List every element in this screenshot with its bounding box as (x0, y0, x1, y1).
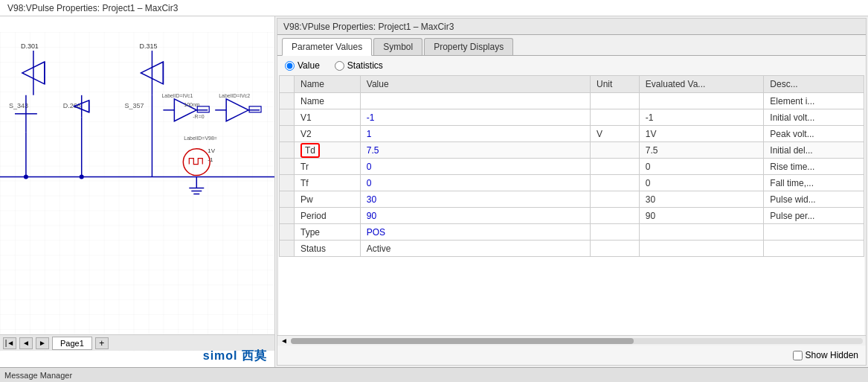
row-name-cell[interactable]: Tr (295, 159, 361, 175)
radio-statistics[interactable]: Statistics (335, 60, 383, 71)
svg-point-37 (24, 175, 28, 179)
svg-text:LabelID=IVc1: LabelID=IVc1 (161, 93, 193, 98)
radio-value-input[interactable] (285, 61, 295, 71)
row-desc-cell: Peak volt... (764, 126, 864, 142)
row-desc-cell (764, 241, 864, 257)
row-name-cell[interactable]: V2 (295, 126, 361, 142)
row-evaluated-cell: 0 (639, 175, 763, 191)
simol-logo: simol 西莫 (203, 348, 267, 364)
row-num-cell (280, 224, 295, 241)
tab-parameter-values[interactable]: Parameter Values (282, 38, 372, 56)
row-desc-cell: Initial volt... (764, 109, 864, 126)
col-header-desc: Desc... (764, 76, 864, 93)
svg-point-38 (80, 175, 84, 179)
row-value-cell[interactable]: 1 (360, 126, 590, 142)
row-unit-cell (591, 93, 640, 109)
row-name-cell[interactable]: Name (295, 93, 361, 109)
message-bar: Message Manager (0, 367, 868, 382)
properties-title: V98:VPulse Properties: Project1 – MaxCir… (277, 19, 866, 35)
add-page-btn[interactable]: + (95, 337, 109, 349)
schematic-svg: D.301 D.315 S_343 D.266 S_357 (0, 16, 274, 367)
row-desc-cell: Rise time... (764, 159, 864, 175)
tab-symbol[interactable]: Symbol (373, 38, 422, 55)
page1-tab[interactable]: Page1 (52, 337, 92, 350)
table-header-row: Name Value Unit Evaluated Va... Desc... (280, 76, 864, 93)
svg-text:-1: -1 (208, 156, 213, 163)
row-value-cell[interactable]: 0 (360, 175, 590, 191)
show-hidden-checkbox[interactable] (793, 351, 803, 360)
scroll-left-btn[interactable]: ◄ (280, 337, 288, 345)
scroll-area[interactable]: ◄ (277, 335, 866, 346)
col-header-name: Name (295, 76, 361, 93)
row-evaluated-cell (639, 241, 763, 257)
row-desc-cell: Fall time,... (764, 175, 864, 191)
row-value-cell[interactable]: 90 (360, 208, 590, 224)
table-row[interactable]: V21V1VPeak volt... (280, 126, 864, 142)
row-desc-cell: Pulse wid... (764, 191, 864, 208)
row-evaluated-cell (639, 224, 763, 241)
show-hidden-row: Show Hidden (277, 346, 866, 365)
row-name-cell[interactable]: Status (295, 241, 361, 257)
nav-first-btn[interactable]: |◄ (3, 337, 16, 349)
row-unit-cell (591, 142, 640, 159)
row-unit-cell (591, 208, 640, 224)
scroll-track[interactable] (291, 338, 863, 344)
table-row[interactable]: TypePOS (280, 224, 864, 241)
row-evaluated-cell: 0 (639, 159, 763, 175)
table-row[interactable]: Tf00Fall time,... (280, 175, 864, 191)
table-row[interactable]: NameElement i... (280, 93, 864, 109)
row-num-cell (280, 159, 295, 175)
row-num-cell (280, 208, 295, 224)
row-unit-cell (591, 191, 640, 208)
row-name-cell[interactable]: Type (295, 224, 361, 241)
row-evaluated-cell: 1V (639, 126, 763, 142)
row-name-cell[interactable]: Period (295, 208, 361, 224)
row-name-cell[interactable]: Td (295, 142, 361, 159)
svg-rect-0 (0, 32, 274, 351)
svg-text:1V: 1V (208, 147, 215, 154)
row-unit-cell (591, 241, 640, 257)
show-hidden-label: Show Hidden (806, 350, 858, 360)
nav-prev-btn[interactable]: ◄ (19, 337, 33, 349)
row-value-cell[interactable]: Active (360, 241, 590, 257)
nav-next-btn[interactable]: ► (36, 337, 49, 349)
row-name-cell[interactable]: Tf (295, 175, 361, 191)
schematic-panel: D.301 D.315 S_343 D.266 S_357 (0, 16, 275, 367)
radio-value-label: Value (298, 60, 320, 71)
tab-property-displays[interactable]: Property Displays (424, 38, 513, 55)
table-row[interactable]: Tr00Rise time... (280, 159, 864, 175)
row-value-cell[interactable]: -1 (360, 109, 590, 126)
table-row[interactable]: Pw3030Pulse wid... (280, 191, 864, 208)
table-container: Name Value Unit Evaluated Va... Desc... … (279, 75, 864, 335)
properties-table: Name Value Unit Evaluated Va... Desc... … (279, 75, 864, 257)
row-num-cell (280, 241, 295, 257)
main-area: D.301 D.315 S_343 D.266 S_357 (0, 16, 868, 367)
radio-value[interactable]: Value (285, 60, 320, 71)
table-row[interactable]: StatusActive (280, 241, 864, 257)
row-name-cell[interactable]: V1 (295, 109, 361, 126)
scroll-thumb[interactable] (291, 338, 634, 344)
table-row[interactable]: Period9090Pulse per... (280, 208, 864, 224)
row-desc-cell: Element i... (764, 93, 864, 109)
radio-statistics-input[interactable] (335, 61, 344, 71)
col-header-num (280, 76, 295, 93)
row-desc-cell: Initial del... (764, 142, 864, 159)
row-num-cell (280, 109, 295, 126)
row-unit-cell: V (591, 126, 640, 142)
row-num-cell (280, 191, 295, 208)
row-value-cell[interactable]: POS (360, 224, 590, 241)
table-row[interactable]: Td7.57.5Initial del... (280, 142, 864, 159)
row-unit-cell (591, 175, 640, 191)
properties-panel: V98:VPulse Properties: Project1 – MaxCir… (277, 18, 867, 366)
table-row[interactable]: V1-1-1Initial volt... (280, 109, 864, 126)
svg-text:S_343: S_343 (9, 102, 28, 109)
row-value-cell[interactable]: 7.5 (360, 142, 590, 159)
title-text: V98:VPulse Properties: Project1 – MaxCir… (7, 3, 178, 13)
col-header-unit: Unit (591, 76, 640, 93)
row-num-cell (280, 126, 295, 142)
row-name-cell[interactable]: Pw (295, 191, 361, 208)
row-value-cell[interactable]: 30 (360, 191, 590, 208)
row-value-cell[interactable]: 0 (360, 159, 590, 175)
row-num-cell (280, 93, 295, 109)
row-value-cell[interactable] (360, 93, 590, 109)
